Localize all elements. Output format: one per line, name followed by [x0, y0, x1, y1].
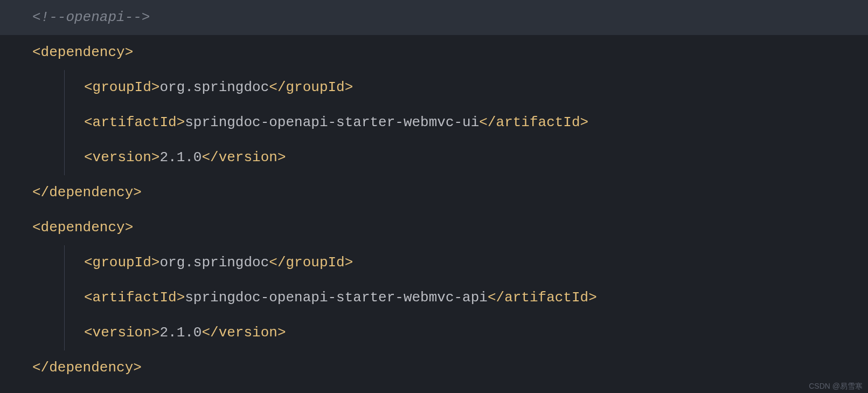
- token-tag: </version>: [202, 325, 286, 341]
- code-line: <groupId>org.springdoc</groupId>: [0, 70, 868, 105]
- token-tag: </dependency>: [32, 360, 142, 376]
- indent-guide: [64, 70, 65, 105]
- code-line: <!--openapi-->: [0, 0, 868, 35]
- token-comment: <!--openapi-->: [32, 9, 150, 25]
- token-text: springdoc-openapi-starter-webmvc-api: [185, 289, 488, 306]
- token-tag: <groupId>: [84, 254, 159, 271]
- token-tag: </dependency>: [32, 184, 142, 201]
- code-line: <dependency>: [0, 210, 868, 245]
- code-line: <artifactId>springdoc-openapi-starter-we…: [0, 280, 868, 315]
- token-text: 2.1.0: [159, 149, 202, 166]
- token-tag: </artifactId>: [479, 114, 588, 130]
- code-line: </dependency>: [0, 175, 868, 210]
- indent-guide: [64, 140, 65, 175]
- token-text: springdoc-openapi-starter-webmvc-ui: [185, 114, 479, 130]
- token-tag: </groupId>: [269, 254, 353, 271]
- code-line: <groupId>org.springdoc</groupId>: [0, 245, 868, 280]
- token-tag: <artifactId>: [84, 114, 185, 130]
- token-tag: </version>: [202, 149, 286, 166]
- token-tag: </artifactId>: [488, 289, 597, 306]
- token-tag: </groupId>: [269, 79, 353, 95]
- code-line: <artifactId>springdoc-openapi-starter-we…: [0, 105, 868, 140]
- token-tag: <groupId>: [84, 79, 159, 95]
- indent-guide: [64, 105, 65, 140]
- token-tag: <version>: [84, 149, 159, 166]
- code-line: <version>2.1.0</version>: [0, 140, 868, 175]
- code-block: <!--openapi--><dependency><groupId>org.s…: [0, 0, 868, 385]
- code-line: <version>2.1.0</version>: [0, 315, 868, 350]
- indent-guide: [64, 245, 65, 280]
- indent-guide: [64, 280, 65, 315]
- token-tag: <dependency>: [32, 44, 133, 60]
- code-line: <dependency>: [0, 35, 868, 70]
- token-tag: <dependency>: [32, 219, 133, 236]
- token-tag: <version>: [84, 325, 159, 341]
- token-text: 2.1.0: [159, 325, 202, 341]
- token-tag: <artifactId>: [84, 289, 185, 306]
- token-text: org.springdoc: [159, 254, 269, 271]
- code-line: </dependency>: [0, 350, 868, 385]
- token-text: org.springdoc: [159, 79, 269, 95]
- watermark: CSDN @易雪寒: [809, 382, 863, 390]
- indent-guide: [64, 315, 65, 350]
